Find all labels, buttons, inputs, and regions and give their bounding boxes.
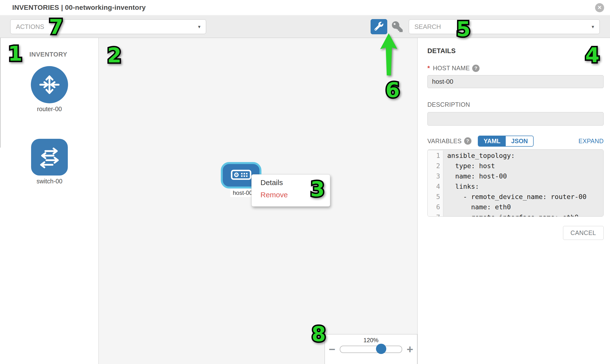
editor-line: 2 type: host	[428, 161, 603, 171]
cancel-button[interactable]: CANCEL	[563, 226, 604, 240]
details-title: DETAILS	[427, 47, 456, 55]
variables-editor[interactable]: 1ansible_topology: 2 type: host 3 name: …	[427, 149, 604, 217]
editor-line: 7 remote_interface_name: eth0	[428, 212, 603, 217]
host-name-label: HOST NAME	[433, 65, 470, 72]
help-icon[interactable]: ?	[464, 137, 471, 145]
editor-line: 3 name: host-00	[428, 171, 603, 182]
host-icon	[231, 169, 251, 182]
zoom-control: 120% − +	[324, 334, 417, 364]
description-label-row: DESCRIPTION	[427, 101, 470, 108]
context-menu-item-remove[interactable]: Remove	[260, 191, 330, 199]
topology-canvas[interactable]: host-00 Details Remove 120% − +	[99, 38, 417, 364]
editor-line: 4 links:	[428, 182, 603, 192]
sidebar-title: INVENTORY	[29, 51, 67, 58]
zoom-out-button[interactable]: −	[329, 346, 335, 353]
zoom-slider[interactable]	[340, 346, 402, 353]
context-menu-item-details[interactable]: Details	[260, 179, 330, 187]
variables-row: VARIABLES ? YAML JSON EXPAND	[427, 135, 604, 147]
close-icon[interactable]: ✕	[595, 3, 604, 12]
chevron-down-icon: ▾	[198, 24, 200, 30]
actions-dropdown-label: ACTIONS	[16, 23, 44, 31]
inventory-topology-page: INVENTORIES | 00-networking-inventory ✕ …	[0, 0, 610, 364]
description-label: DESCRIPTION	[427, 101, 470, 108]
chevron-down-icon: ▾	[592, 24, 594, 30]
header: INVENTORIES | 00-networking-inventory ✕	[0, 0, 610, 15]
zoom-level: 120%	[325, 337, 417, 344]
key-button[interactable]	[389, 21, 406, 32]
yaml-toggle[interactable]: YAML	[478, 136, 506, 146]
wrench-icon	[375, 22, 383, 32]
zoom-slider-thumb[interactable]	[376, 344, 386, 354]
inventory-sidebar: INVENTORY router-00	[0, 38, 99, 364]
editor-line: 1ansible_topology:	[428, 151, 603, 161]
sidebar-item-router[interactable]: router-00	[23, 66, 76, 113]
host-name-input[interactable]	[427, 75, 604, 88]
required-marker: *	[427, 64, 430, 72]
actions-dropdown[interactable]: ACTIONS ▾	[10, 19, 206, 34]
search-dropdown-label: SEARCH	[415, 23, 441, 31]
sidebar-edge-strip	[0, 38, 1, 148]
zoom-in-button[interactable]: +	[407, 346, 413, 353]
switch-icon	[31, 139, 68, 176]
variables-format-toggle: YAML JSON	[478, 136, 534, 147]
expand-link[interactable]: EXPAND	[578, 138, 604, 145]
toolbar: ACTIONS ▾ SEARCH ▾	[0, 16, 610, 38]
help-icon[interactable]: ?	[472, 65, 480, 72]
router-icon	[31, 66, 68, 103]
search-dropdown[interactable]: SEARCH ▾	[409, 19, 600, 34]
sidebar-item-switch[interactable]: switch-00	[23, 139, 76, 185]
router-label: router-00	[37, 105, 62, 113]
configure-button[interactable]	[371, 19, 387, 34]
host-name-label-row: * HOST NAME ?	[427, 64, 480, 72]
context-menu: Details Remove	[251, 174, 330, 207]
editor-line: 6 name: eth0	[428, 202, 603, 212]
details-panel: DETAILS * HOST NAME ? DESCRIPTION VARIAB…	[417, 38, 610, 364]
editor-line: 5 - remote_device_name: router-00	[428, 192, 603, 202]
page-title: INVENTORIES | 00-networking-inventory	[12, 4, 146, 12]
json-toggle[interactable]: JSON	[506, 136, 533, 146]
description-input[interactable]	[427, 112, 604, 126]
switch-label: switch-00	[37, 178, 62, 185]
key-icon	[392, 21, 403, 32]
variables-label: VARIABLES	[427, 138, 462, 145]
